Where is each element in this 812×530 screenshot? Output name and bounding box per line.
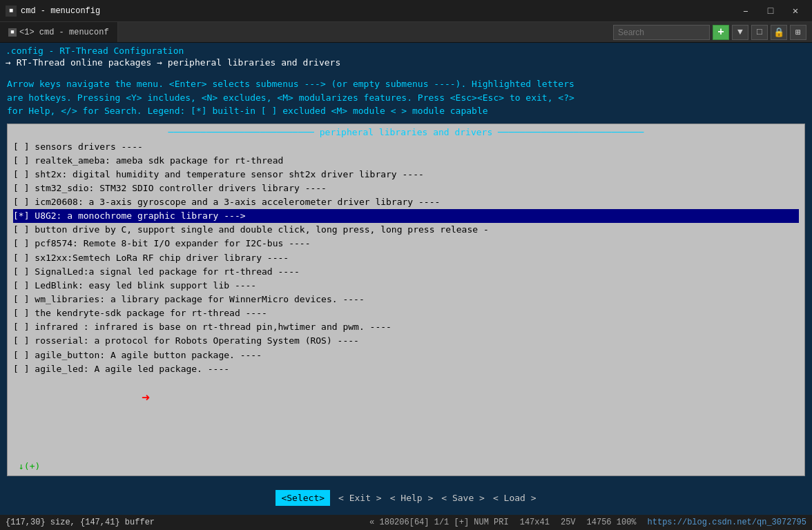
dropdown-button[interactable]: ▼ [732, 25, 748, 40]
menu-item[interactable]: [ ] the kendryte-sdk package for rt-thre… [13, 306, 799, 320]
tab-item[interactable]: ■ <1> cmd - menuconf [0, 22, 118, 42]
tab-label: <1> cmd - menuconf [19, 28, 109, 37]
window-layout-button[interactable]: □ [751, 25, 768, 40]
minimize-button[interactable]: – [735, 0, 757, 22]
bottom-button[interactable]: < Help > [390, 493, 434, 503]
search-input[interactable] [613, 25, 710, 40]
menu-item[interactable]: [ ] infrared : infrared is base on rt-th… [13, 320, 799, 334]
menu-item[interactable]: [ ] agile_led: A agile led package. ---- [13, 362, 799, 376]
status-left: {117,30} size, {147,41} buffer [6, 518, 155, 527]
lock-button[interactable]: 🔒 [771, 25, 787, 40]
menu-item[interactable]: [ ] sx12xx:Semtech LoRa RF chip driver l… [13, 251, 799, 265]
bottom-bar: <Select>< Exit >< Help >< Save >< Load > [0, 480, 812, 515]
menu-item[interactable]: [ ] pcf8574: Remote 8-bit I/O expander f… [13, 237, 799, 251]
status-zoom: 25V [561, 518, 576, 527]
close-button[interactable]: ✕ [784, 0, 806, 22]
maximize-button[interactable]: □ [760, 0, 782, 22]
help-line-1: Arrow keys navigate the menu. <Enter> se… [7, 77, 805, 91]
breadcrumb-bar: .config - RT-Thread Configuration → RT-T… [0, 43, 812, 70]
title-bar: ■ cmd - menuconfig – □ ✕ [0, 0, 812, 22]
menu-item[interactable]: [ ] icm20608: a 3-axis gyroscope and a 3… [13, 195, 799, 209]
window-title: cmd - menuconfig [21, 6, 735, 16]
bottom-button[interactable]: <Select> [276, 490, 330, 506]
menu-items-list[interactable]: [ ] sensors drivers ----[ ] realtek_ameb… [8, 140, 804, 460]
toolbar-right: + ▼ □ 🔒 ⊞ [613, 22, 812, 42]
status-link[interactable]: https://blog.csdn.net/qn_3072795 [648, 518, 806, 527]
menu-title: ─────────────────────────── peripheral l… [8, 127, 804, 137]
content-panel: Arrow keys navigate the menu. <Enter> se… [0, 70, 812, 480]
tab-icon: ■ [8, 28, 17, 37]
menu-item[interactable]: [ ] rosserial: a protocol for Robots Ope… [13, 334, 799, 348]
status-right: « 180206[64] 1/1 [+] NUM PRI 147x41 25V … [369, 518, 806, 527]
menu-item[interactable]: [ ] wm_libraries: a library package for … [13, 293, 799, 306]
menu-plus-line: ↓(+) [8, 460, 804, 473]
nav-path: → RT-Thread online packages → peripheral… [6, 57, 806, 68]
app-icon: ■ [6, 6, 17, 17]
status-coords: 147x41 [520, 518, 550, 527]
menu-item[interactable]: [*] U8G2: a monochrome graphic library -… [13, 209, 799, 223]
bottom-button[interactable]: < Exit > [338, 493, 382, 503]
menu-item[interactable]: [ ] SignalLed:a signal led package for r… [13, 265, 799, 279]
grid-button[interactable]: ⊞ [790, 25, 806, 40]
menu-item[interactable]: [ ] LedBlink: easy led blink support lib… [13, 279, 799, 293]
config-path: .config - RT-Thread Configuration [6, 46, 806, 56]
window-controls: – □ ✕ [735, 0, 806, 22]
menu-item[interactable]: [ ] sht2x: digital humidity and temperat… [13, 168, 799, 181]
menu-item[interactable]: [ ] agile_button: A agile button package… [13, 349, 799, 362]
tab-bar: ■ <1> cmd - menuconf + ▼ □ 🔒 ⊞ [0, 22, 812, 43]
status-middle: « 180206[64] 1/1 [+] NUM PRI [369, 518, 509, 527]
menu-item[interactable]: [ ] stm32_sdio: STM32 SDIO controller dr… [13, 181, 799, 195]
status-percentage: 14756 100% [587, 518, 637, 527]
help-text: Arrow keys navigate the menu. <Enter> se… [7, 75, 805, 121]
menu-item[interactable]: [ ] realtek_ameba: ameba sdk package for… [13, 154, 799, 168]
help-line-2: are hotkeys. Pressing <Y> includes, <N> … [7, 91, 805, 105]
bottom-button[interactable]: < Load > [493, 493, 536, 503]
help-line-3: for Help, </> for Search. Legend: [*] bu… [7, 104, 805, 118]
status-bar: {117,30} size, {147,41} buffer « 180206[… [0, 515, 812, 530]
bottom-button[interactable]: < Save > [441, 493, 485, 503]
main-area: .config - RT-Thread Configuration → RT-T… [0, 43, 812, 515]
menu-item[interactable]: [ ] sensors drivers ---- [13, 140, 799, 154]
menu-box: ─────────────────────────── peripheral l… [7, 124, 805, 477]
add-button[interactable]: + [713, 25, 729, 40]
menu-item[interactable]: [ ] button drive by C, support single an… [13, 223, 799, 237]
menu-wrapper: ➜ ─────────────────────────── peripheral… [7, 124, 805, 477]
